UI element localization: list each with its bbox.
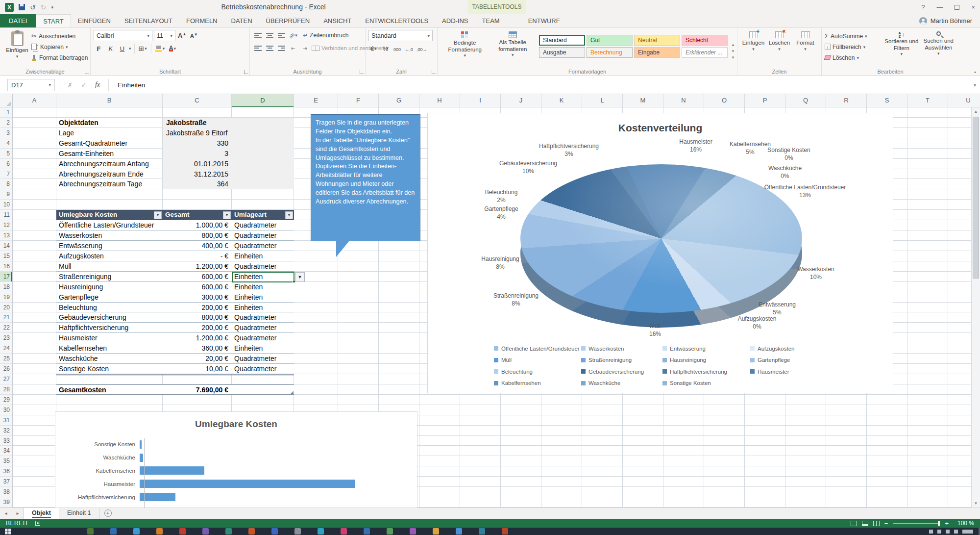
taskbar-app-icon[interactable] xyxy=(179,528,186,535)
redo-icon[interactable] xyxy=(41,3,47,11)
cell-style-chip[interactable]: Standard xyxy=(539,35,585,46)
bar[interactable] xyxy=(140,493,175,501)
cost-amount-cell[interactable]: 1.200,00 € xyxy=(163,261,232,271)
cost-amount-cell[interactable]: 20,00 € xyxy=(163,354,232,363)
cost-amount-cell[interactable]: 200,00 € xyxy=(163,323,232,332)
taskbar-app-icon[interactable] xyxy=(433,528,439,535)
ribbon-tab[interactable]: EINFÜGEN xyxy=(71,14,118,27)
expand-formula-bar-icon[interactable]: ▾ xyxy=(974,82,980,88)
cost-name-cell[interactable]: Kabelfernsehen xyxy=(56,343,163,353)
filter-dropdown-icon[interactable] xyxy=(223,211,231,219)
row-header[interactable]: 16 xyxy=(0,261,12,272)
legend-item[interactable]: Hausreinigung xyxy=(662,355,750,366)
ribbon-tab[interactable]: START xyxy=(36,14,71,27)
cost-method-cell[interactable]: Quadratmeter xyxy=(232,312,294,322)
taskbar-app-icon[interactable] xyxy=(294,528,301,535)
cell-style-chip[interactable]: Berechnung xyxy=(587,47,633,58)
bar[interactable] xyxy=(140,454,143,462)
cost-name-cell[interactable]: Müll xyxy=(56,261,163,271)
ribbon-tab[interactable]: ENTWICKLERTOOLS xyxy=(358,14,435,27)
tray-clock[interactable] xyxy=(962,530,973,534)
sheet-tab[interactable]: Einheit 1 xyxy=(59,508,99,519)
object-data-value-cell[interactable]: 3 xyxy=(163,149,232,159)
tray-icon[interactable] xyxy=(954,530,958,534)
align-bottom-button[interactable] xyxy=(276,30,287,41)
autosum-button[interactable]: AutoSumme xyxy=(825,31,883,41)
cost-amount-cell[interactable]: 300,00 € xyxy=(163,292,232,302)
column-header[interactable]: G xyxy=(379,94,419,107)
object-data-value-cell[interactable]: Jakobstraße 9 Eitorf xyxy=(163,128,232,138)
cost-method-cell[interactable]: Einheiten xyxy=(232,251,294,261)
zoom-in-button[interactable]: + xyxy=(945,520,949,527)
font-color-button[interactable] xyxy=(167,43,177,54)
taskbar-app-icon[interactable] xyxy=(156,528,163,535)
formula-input[interactable]: Einheiten xyxy=(113,81,974,89)
sheet-grid[interactable]: Objektdaten Jakobstraße Lage Jakobstraße… xyxy=(13,107,971,508)
bar-chart[interactable]: Umlegbare Kosten Sonstige Kosten Waschkü… xyxy=(55,411,417,508)
cell-style-chip[interactable]: Eingabe xyxy=(634,47,680,58)
cost-name-cell[interactable]: Entwässerung xyxy=(56,241,163,251)
object-data-label-cell[interactable]: Abrechnungszeitraum Anfang xyxy=(56,159,163,169)
legend-item[interactable]: Wasserkosten xyxy=(581,343,662,355)
column-header[interactable]: L xyxy=(582,94,623,107)
column-header[interactable]: D xyxy=(232,94,294,107)
column-header[interactable]: I xyxy=(460,94,501,107)
cost-table-header[interactable]: Umlegbare Kosten xyxy=(56,210,163,220)
gallery-down-icon[interactable]: ▼ xyxy=(731,49,735,53)
cut-button[interactable]: Ausschneiden xyxy=(31,31,88,41)
cost-amount-cell[interactable]: 600,00 € xyxy=(163,272,232,281)
bar[interactable] xyxy=(140,440,142,449)
align-center-button[interactable] xyxy=(265,43,275,53)
column-header[interactable]: F xyxy=(338,94,379,107)
row-header[interactable]: 10 xyxy=(0,200,12,210)
row-header[interactable]: 26 xyxy=(0,364,12,374)
number-format-select[interactable]: Standard xyxy=(368,30,433,41)
cost-name-cell[interactable]: Hausmeister xyxy=(56,333,163,343)
row-header[interactable]: 32 xyxy=(0,426,12,436)
row-header[interactable]: 24 xyxy=(0,343,12,354)
bar[interactable] xyxy=(140,466,204,475)
cost-amount-cell[interactable]: 1.000,00 € xyxy=(163,220,232,230)
column-header[interactable]: M xyxy=(623,94,663,107)
row-header[interactable]: 29 xyxy=(0,395,12,405)
help-button[interactable]: ? xyxy=(921,3,925,11)
tray-icon[interactable] xyxy=(929,530,933,534)
object-data-label-cell[interactable]: Abrechnungszeitraum Ende xyxy=(56,169,163,179)
cost-method-cell[interactable]: Einheiten xyxy=(232,343,294,353)
cell-style-chip[interactable]: Erklärender ... xyxy=(682,47,728,58)
row-header[interactable]: 36 xyxy=(0,466,12,477)
cancel-entry-button[interactable]: ✗ xyxy=(63,81,77,89)
insert-cells-button[interactable]: Einfügen xyxy=(740,30,766,67)
excel-logo-icon[interactable] xyxy=(5,3,14,12)
legend-item[interactable]: Gebäudeversicherung xyxy=(581,366,662,378)
row-header[interactable]: 33 xyxy=(0,436,12,446)
cell-style-chip[interactable]: Schlecht xyxy=(682,35,728,46)
taskbar-app-icon[interactable] xyxy=(202,528,209,535)
column-header[interactable]: Q xyxy=(785,94,826,107)
zoom-level[interactable]: 100 % xyxy=(954,520,974,527)
cost-amount-cell[interactable]: 800,00 € xyxy=(163,230,232,240)
restore-button[interactable] xyxy=(955,5,959,10)
row-header[interactable]: 12 xyxy=(0,220,12,230)
orientation-button[interactable] xyxy=(288,30,298,41)
format-painter-button[interactable]: Format übertragen xyxy=(31,53,88,62)
cost-amount-cell[interactable]: 800,00 € xyxy=(163,312,232,322)
tray-icon[interactable] xyxy=(946,530,950,534)
close-button[interactable]: × xyxy=(971,3,975,11)
column-header[interactable]: R xyxy=(826,94,867,107)
object-data-value-cell[interactable]: 31.12.2015 xyxy=(163,169,232,179)
cost-amount-cell[interactable]: 1.200,00 € xyxy=(163,333,232,343)
legend-item[interactable]: Waschküche xyxy=(581,378,662,389)
object-data-label-cell[interactable]: Objektdaten xyxy=(56,118,163,128)
row-header[interactable]: 9 xyxy=(0,189,12,200)
cost-amount-cell[interactable]: 360,00 € xyxy=(163,343,232,353)
vertical-scrollbar[interactable]: ▲ ▼ xyxy=(971,107,980,508)
cost-name-cell[interactable]: Gebäudeversicherung xyxy=(56,312,163,322)
taskbar-app-icon[interactable] xyxy=(318,528,324,535)
sort-filter-button[interactable]: Sortieren und Filtern xyxy=(883,30,920,67)
user-account[interactable]: Martin Böhmer xyxy=(919,14,980,27)
legend-item[interactable]: Entwässerung xyxy=(662,343,750,355)
column-header[interactable]: C xyxy=(163,94,232,107)
fill-color-button[interactable] xyxy=(154,43,166,54)
format-cells-button[interactable]: Format xyxy=(792,30,818,67)
